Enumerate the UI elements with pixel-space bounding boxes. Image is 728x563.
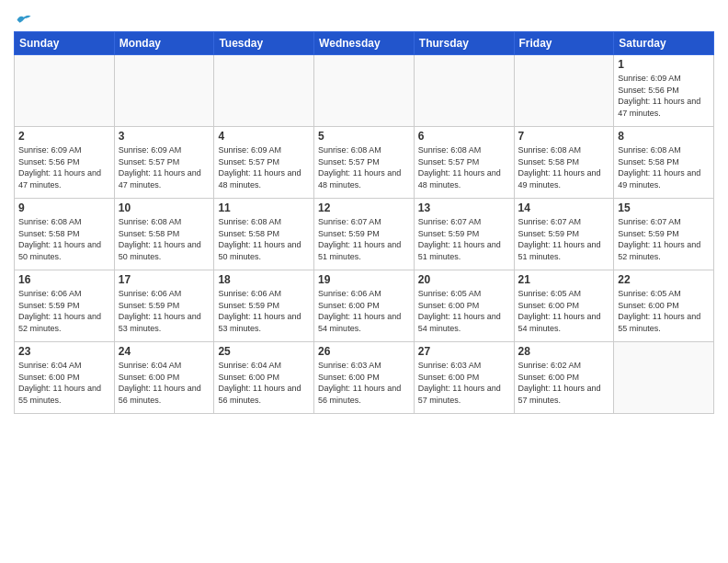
day-number: 7	[518, 130, 610, 143]
weekday-header-thursday: Thursday	[414, 32, 514, 55]
calendar-cell: 2Sunrise: 6:09 AMSunset: 5:56 PMDaylight…	[15, 127, 115, 199]
calendar-cell: 12Sunrise: 6:07 AMSunset: 5:59 PMDayligh…	[314, 199, 415, 270]
day-number: 12	[318, 201, 410, 214]
calendar-cell	[614, 342, 714, 414]
day-info: Sunrise: 6:08 AMSunset: 5:58 PMDaylight:…	[518, 144, 610, 190]
calendar-cell: 9Sunrise: 6:08 AMSunset: 5:58 PMDaylight…	[15, 199, 115, 270]
weekday-header-row: SundayMondayTuesdayWednesdayThursdayFrid…	[15, 32, 714, 55]
day-info: Sunrise: 6:06 AMSunset: 5:59 PMDaylight:…	[218, 288, 310, 334]
calendar-cell: 26Sunrise: 6:03 AMSunset: 6:00 PMDayligh…	[314, 342, 415, 414]
day-info: Sunrise: 6:05 AMSunset: 6:00 PMDaylight:…	[418, 288, 510, 334]
calendar-cell	[414, 55, 514, 127]
weekday-header-friday: Friday	[514, 32, 614, 55]
day-info: Sunrise: 6:09 AMSunset: 5:56 PMDaylight:…	[618, 73, 710, 119]
weekday-header-monday: Monday	[114, 32, 214, 55]
day-number: 17	[119, 273, 210, 286]
calendar-cell	[114, 55, 214, 127]
day-info: Sunrise: 6:05 AMSunset: 6:00 PMDaylight:…	[618, 288, 710, 334]
day-info: Sunrise: 6:03 AMSunset: 6:00 PMDaylight:…	[418, 360, 510, 406]
calendar-cell: 5Sunrise: 6:08 AMSunset: 5:57 PMDaylight…	[314, 127, 415, 199]
day-info: Sunrise: 6:05 AMSunset: 6:00 PMDaylight:…	[518, 288, 610, 334]
day-info: Sunrise: 6:04 AMSunset: 6:00 PMDaylight:…	[218, 360, 310, 406]
day-number: 28	[518, 345, 610, 358]
calendar-cell: 7Sunrise: 6:08 AMSunset: 5:58 PMDaylight…	[514, 127, 614, 199]
calendar-table: SundayMondayTuesdayWednesdayThursdayFrid…	[14, 31, 714, 414]
day-number: 3	[119, 130, 210, 143]
page: SundayMondayTuesdayWednesdayThursdayFrid…	[0, 0, 728, 563]
calendar-cell: 15Sunrise: 6:07 AMSunset: 5:59 PMDayligh…	[614, 199, 714, 270]
day-number: 14	[518, 201, 610, 214]
day-number: 10	[119, 201, 210, 214]
calendar-cell: 11Sunrise: 6:08 AMSunset: 5:58 PMDayligh…	[214, 199, 314, 270]
calendar-cell: 4Sunrise: 6:09 AMSunset: 5:57 PMDaylight…	[214, 127, 314, 199]
day-number: 16	[18, 273, 110, 286]
calendar-cell: 13Sunrise: 6:07 AMSunset: 5:59 PMDayligh…	[414, 199, 514, 270]
week-row-2: 2Sunrise: 6:09 AMSunset: 5:56 PMDaylight…	[15, 127, 714, 199]
day-number: 18	[218, 273, 310, 286]
week-row-5: 23Sunrise: 6:04 AMSunset: 6:00 PMDayligh…	[15, 342, 714, 414]
calendar-cell: 1Sunrise: 6:09 AMSunset: 5:56 PMDaylight…	[614, 55, 714, 127]
calendar-cell: 23Sunrise: 6:04 AMSunset: 6:00 PMDayligh…	[15, 342, 115, 414]
weekday-header-sunday: Sunday	[15, 32, 115, 55]
day-number: 20	[418, 273, 510, 286]
day-info: Sunrise: 6:07 AMSunset: 5:59 PMDaylight:…	[318, 216, 410, 262]
calendar-cell	[314, 55, 415, 127]
day-info: Sunrise: 6:04 AMSunset: 6:00 PMDaylight:…	[119, 360, 210, 406]
day-number: 25	[218, 345, 310, 358]
day-info: Sunrise: 6:08 AMSunset: 5:58 PMDaylight:…	[218, 216, 310, 262]
day-info: Sunrise: 6:09 AMSunset: 5:57 PMDaylight:…	[119, 144, 210, 190]
day-number: 21	[518, 273, 610, 286]
day-number: 27	[418, 345, 510, 358]
calendar-cell: 10Sunrise: 6:08 AMSunset: 5:58 PMDayligh…	[114, 199, 214, 270]
logo	[14, 13, 32, 26]
calendar-cell: 20Sunrise: 6:05 AMSunset: 6:00 PMDayligh…	[414, 270, 514, 342]
weekday-header-saturday: Saturday	[614, 32, 714, 55]
day-number: 8	[618, 130, 710, 143]
day-number: 1	[618, 58, 710, 71]
day-info: Sunrise: 6:06 AMSunset: 5:59 PMDaylight:…	[119, 288, 210, 334]
calendar-cell	[214, 55, 314, 127]
calendar-cell: 14Sunrise: 6:07 AMSunset: 5:59 PMDayligh…	[514, 199, 614, 270]
calendar-cell: 6Sunrise: 6:08 AMSunset: 5:57 PMDaylight…	[414, 127, 514, 199]
day-number: 15	[618, 201, 710, 214]
weekday-header-tuesday: Tuesday	[214, 32, 314, 55]
calendar-cell	[514, 55, 614, 127]
calendar-cell: 18Sunrise: 6:06 AMSunset: 5:59 PMDayligh…	[214, 270, 314, 342]
day-number: 5	[318, 130, 410, 143]
calendar-cell: 28Sunrise: 6:02 AMSunset: 6:00 PMDayligh…	[514, 342, 614, 414]
header	[14, 9, 714, 26]
day-info: Sunrise: 6:07 AMSunset: 5:59 PMDaylight:…	[518, 216, 610, 262]
day-info: Sunrise: 6:06 AMSunset: 6:00 PMDaylight:…	[318, 288, 410, 334]
calendar-cell: 25Sunrise: 6:04 AMSunset: 6:00 PMDayligh…	[214, 342, 314, 414]
day-number: 6	[418, 130, 510, 143]
logo-bird-icon	[16, 13, 32, 26]
day-info: Sunrise: 6:04 AMSunset: 6:00 PMDaylight:…	[18, 360, 110, 406]
day-number: 19	[318, 273, 410, 286]
day-info: Sunrise: 6:08 AMSunset: 5:58 PMDaylight:…	[618, 144, 710, 190]
calendar-cell: 24Sunrise: 6:04 AMSunset: 6:00 PMDayligh…	[114, 342, 214, 414]
day-info: Sunrise: 6:07 AMSunset: 5:59 PMDaylight:…	[418, 216, 510, 262]
day-info: Sunrise: 6:02 AMSunset: 6:00 PMDaylight:…	[518, 360, 610, 406]
week-row-1: 1Sunrise: 6:09 AMSunset: 5:56 PMDaylight…	[15, 55, 714, 127]
day-number: 26	[318, 345, 410, 358]
day-number: 4	[218, 130, 310, 143]
day-info: Sunrise: 6:08 AMSunset: 5:57 PMDaylight:…	[318, 144, 410, 190]
calendar-cell: 19Sunrise: 6:06 AMSunset: 6:00 PMDayligh…	[314, 270, 415, 342]
day-info: Sunrise: 6:06 AMSunset: 5:59 PMDaylight:…	[18, 288, 110, 334]
day-number: 2	[18, 130, 110, 143]
week-row-4: 16Sunrise: 6:06 AMSunset: 5:59 PMDayligh…	[15, 270, 714, 342]
day-number: 11	[218, 201, 310, 214]
day-info: Sunrise: 6:08 AMSunset: 5:58 PMDaylight:…	[18, 216, 110, 262]
calendar-cell: 16Sunrise: 6:06 AMSunset: 5:59 PMDayligh…	[15, 270, 115, 342]
day-info: Sunrise: 6:03 AMSunset: 6:00 PMDaylight:…	[318, 360, 410, 406]
calendar-cell: 27Sunrise: 6:03 AMSunset: 6:00 PMDayligh…	[414, 342, 514, 414]
calendar-cell: 8Sunrise: 6:08 AMSunset: 5:58 PMDaylight…	[614, 127, 714, 199]
day-number: 24	[119, 345, 210, 358]
weekday-header-wednesday: Wednesday	[314, 32, 415, 55]
calendar-cell: 3Sunrise: 6:09 AMSunset: 5:57 PMDaylight…	[114, 127, 214, 199]
calendar-cell	[15, 55, 115, 127]
calendar-cell: 22Sunrise: 6:05 AMSunset: 6:00 PMDayligh…	[614, 270, 714, 342]
day-info: Sunrise: 6:07 AMSunset: 5:59 PMDaylight:…	[618, 216, 710, 262]
day-number: 9	[18, 201, 110, 214]
day-info: Sunrise: 6:09 AMSunset: 5:57 PMDaylight:…	[218, 144, 310, 190]
